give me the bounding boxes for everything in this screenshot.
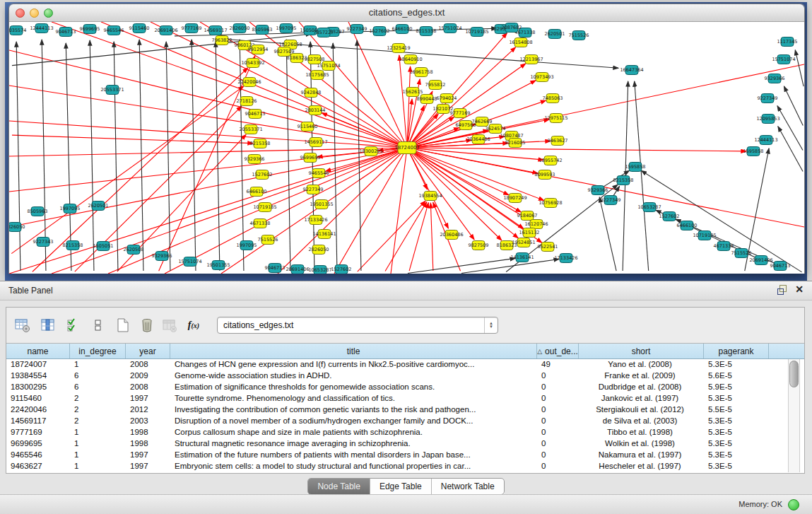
graph-node-label: 12095853 — [756, 116, 779, 122]
graph-node-label: 10807487 — [500, 133, 523, 139]
tab-edge-table[interactable]: Edge Table — [370, 479, 432, 494]
table-row[interactable]: 1456911722003Disruption of a novel membe… — [6, 416, 804, 427]
table-panel-header: Table Panel ✕ — [0, 281, 812, 300]
column-header-pagerank[interactable]: pagerank — [704, 344, 769, 358]
tab-network-table[interactable]: Network Table — [432, 479, 504, 494]
graph-node-label: 4671338 — [250, 221, 271, 226]
float-panel-icon[interactable] — [777, 285, 787, 294]
table-row[interactable]: 911546021997Tourette syndrome. Phenomeno… — [6, 393, 804, 404]
graph-edge — [216, 42, 220, 271]
close-window-button[interactable] — [16, 8, 25, 18]
table-row[interactable]: 969969511998Structural magnetic resonanc… — [6, 438, 804, 450]
table-cell: Corpus callosum shape and size in male p… — [170, 427, 537, 438]
column-header-in_degree[interactable]: in_degree — [70, 344, 126, 358]
column-header-year[interactable]: year — [126, 344, 170, 358]
graph-edge — [795, 50, 804, 86]
tab-node-table[interactable]: Node Table — [308, 479, 370, 494]
show-columns-icon[interactable] — [39, 316, 57, 334]
graph-node-label: 14136141 — [510, 255, 534, 260]
table-cell: 9777169 — [6, 427, 70, 438]
graph-node-label: 8216085 — [505, 140, 526, 146]
graph-node-label: 16647364 — [620, 67, 643, 73]
table-cell: 0 — [537, 438, 579, 450]
graph-node-label: 9522541 — [538, 244, 558, 250]
table-cell: 5.3E-5 — [704, 461, 769, 472]
table-select[interactable]: citations_edges.txt ▲▼ — [217, 317, 498, 334]
node-table: namein_degreeyeartitle△out_de...shortpag… — [6, 343, 804, 473]
graph-node-label: 14569117 — [304, 139, 327, 145]
vertical-scrollbar[interactable] — [788, 359, 800, 472]
table-row[interactable]: 946554611997Estimation of the future num… — [6, 450, 804, 461]
column-header-short[interactable]: short — [579, 344, 704, 358]
graph-node-label: 12325419 — [387, 45, 410, 51]
network-window-titlebar[interactable]: citations_edges.txt — [9, 4, 804, 22]
table-options-icon[interactable] — [13, 316, 32, 334]
column-header-title[interactable]: title — [170, 344, 537, 358]
graph-node-label: 1505051 — [93, 243, 114, 249]
graph-node-label: 9184067 — [517, 213, 538, 218]
function-builder-icon[interactable]: f(x) — [184, 316, 203, 334]
graph-node-label: 9115460 — [298, 124, 318, 129]
network-window[interactable]: citations_edges.txt 40355741244411390467… — [8, 4, 805, 274]
graph-node-label: 20360486 — [440, 232, 463, 238]
graph-node-label: 10719185 — [253, 204, 276, 210]
table-cell: 5.5E-5 — [704, 404, 769, 416]
graph-edge — [777, 106, 803, 151]
select-columns-icon[interactable] — [64, 316, 83, 334]
graph-node-label: 9046713 — [265, 265, 286, 271]
graph-node-label: 18300295 — [359, 148, 382, 154]
table-row[interactable]: 1938455462009Genome-wide association stu… — [6, 370, 804, 382]
table-row[interactable]: 2242004622012Investigating the contribut… — [6, 404, 804, 416]
zoom-window-button[interactable] — [44, 8, 53, 18]
table-cell: 19384554 — [6, 370, 70, 382]
table-cell: 2 — [70, 404, 126, 416]
column-header-label: year — [139, 346, 155, 356]
graph-node-label: 6466100 — [392, 26, 413, 32]
graph-node-label: 9329366 — [245, 156, 265, 162]
table-cell: 5.9E-5 — [704, 382, 769, 393]
table-row[interactable]: 946362711997Embryonic stem cells: a mode… — [6, 461, 804, 472]
table-cell: Wolkin et al. (1998) — [579, 438, 704, 450]
table-cell: 0 — [537, 393, 579, 404]
table-cell: 5.3E-5 — [704, 393, 769, 404]
delete-table-icon[interactable] — [160, 316, 179, 334]
graph-node-label: 10756928 — [539, 200, 562, 206]
graph-node-label: 18175685 — [305, 72, 329, 78]
row-height-icon[interactable] — [88, 316, 107, 334]
table-cell: Tibbo et al. (1998) — [579, 427, 704, 438]
delete-columns-icon[interactable] — [138, 316, 156, 334]
graph-node-label: 12213967 — [519, 57, 543, 62]
table-cell: 1998 — [126, 427, 170, 438]
create-column-icon[interactable] — [114, 316, 132, 334]
table-row[interactable]: 1872400712008Changes of HCN gene express… — [6, 359, 804, 370]
graph-edge — [151, 22, 407, 148]
network-canvas[interactable]: 4035574124441139046713969969594655469115… — [9, 22, 804, 274]
table-cell: 1998 — [126, 438, 170, 450]
table-cell: 1 — [70, 427, 126, 438]
table-cell: 5.3E-5 — [704, 438, 769, 450]
minimize-window-button[interactable] — [30, 8, 39, 18]
scrollbar-thumb[interactable] — [789, 361, 799, 387]
table-cell: Dudbridge et al. (2008) — [579, 382, 704, 393]
table-cell: Franke et al. (2009) — [579, 370, 704, 382]
graph-edge — [408, 151, 449, 229]
table-cell: Genome-wide association studies in ADHD. — [170, 370, 537, 382]
table-cell: 0 — [537, 461, 579, 472]
graph-edge — [410, 148, 746, 151]
graph-node-label: 2826050 — [9, 224, 25, 230]
graph-node-label: 7357227 — [314, 30, 334, 35]
table-header-row: namein_degreeyeartitle△out_de...shortpag… — [6, 344, 804, 359]
table-row[interactable]: 1830029562008Estimation of significance … — [6, 382, 804, 393]
graph-node-label: 9046713 — [245, 111, 266, 117]
table-cell: 1997 — [126, 461, 170, 472]
graph-node-label: 8099593 — [535, 172, 555, 177]
table-cell: 9463627 — [6, 461, 70, 472]
table-cell: Estimation of the future numbers of pati… — [170, 450, 537, 461]
column-header-out_de[interactable]: △out_de... — [537, 344, 579, 358]
citation-graph[interactable]: 4035574124441139046713969969594655469115… — [9, 22, 804, 274]
column-header-name[interactable]: name — [6, 344, 70, 358]
table-cell: 5.3E-5 — [704, 427, 769, 438]
close-panel-icon[interactable]: ✕ — [795, 285, 804, 294]
table-row[interactable]: 977716911998Corpus callosum shape and si… — [6, 427, 804, 438]
graph-node-label: 10653287 — [308, 267, 331, 273]
